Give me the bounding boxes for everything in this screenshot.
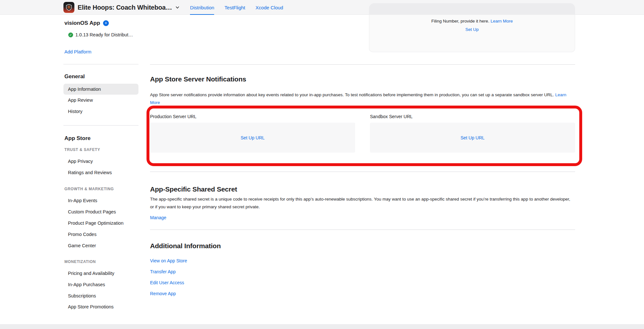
- server-notifications-description: App Store server notifications provide i…: [150, 91, 575, 106]
- manage-link[interactable]: Manage: [150, 215, 166, 220]
- section-divider: [150, 172, 575, 172]
- sidebar-divider: [63, 125, 138, 126]
- server-notifications-title: App Store Server Notifications: [150, 75, 575, 83]
- sidebar-item-history[interactable]: History: [63, 106, 138, 117]
- group-label-growth-marketing: GROWTH & MARKETING: [63, 187, 138, 191]
- sandbox-url-panel: Set Up URL: [370, 123, 575, 153]
- tab-xcode-cloud[interactable]: Xcode Cloud: [256, 0, 283, 15]
- section-divider: [150, 64, 575, 65]
- chevron-down-icon[interactable]: [175, 5, 180, 10]
- filing-set-up-link[interactable]: Set Up: [465, 27, 478, 32]
- production-url-column: Production Server URL Set Up URL: [150, 114, 355, 153]
- version-status: 1.0.13 Ready for Distribut…: [75, 32, 133, 37]
- set-up-sandbox-url-link[interactable]: Set Up URL: [460, 135, 485, 140]
- sidebar-divider: [63, 64, 138, 64]
- sidebar-item-custom-product-pages[interactable]: Custom Product Pages: [63, 206, 138, 217]
- shield-basketball-icon: [65, 4, 73, 11]
- sidebar: visionOS App + ✓ 1.0.13 Ready for Distri…: [63, 15, 138, 324]
- sandbox-server-url-label: Sandbox Server URL: [370, 114, 575, 119]
- general-section-title: General: [63, 73, 138, 80]
- sidebar-item-app-review[interactable]: App Review: [63, 95, 138, 106]
- sidebar-item-game-center[interactable]: Game Center: [63, 240, 138, 251]
- additional-links: View on App Store Transfer App Edit User…: [150, 258, 187, 296]
- app-store-section-title: App Store: [63, 135, 138, 142]
- sidebar-item-pricing-availability[interactable]: Pricing and Availability: [63, 268, 138, 279]
- header-content: Elite Hoops: Coach Whiteboa… Distributio…: [63, 0, 283, 15]
- view-on-app-store-link[interactable]: View on App Store: [150, 258, 187, 264]
- additional-information-title: Additional Information: [150, 242, 575, 250]
- version-row[interactable]: ✓ 1.0.13 Ready for Distribut…: [63, 32, 138, 37]
- shared-secret-title: App-Specific Shared Secret: [150, 185, 575, 193]
- group-label-monetization: MONETIZATION: [63, 259, 138, 264]
- filing-card-text: Filing Number, provide it here. Learn Mo…: [369, 19, 575, 24]
- add-platform-link[interactable]: Add Platform: [63, 49, 138, 54]
- server-notifications-description-text: App Store server notifications provide i…: [150, 92, 554, 97]
- group-label-trust-safety: TRUST & SAFETY: [63, 147, 138, 152]
- sidebar-item-app-privacy[interactable]: App Privacy: [63, 156, 138, 167]
- filing-number-card: Filing Number, provide it here. Learn Mo…: [369, 15, 575, 52]
- production-server-url-label: Production Server URL: [150, 114, 355, 119]
- filing-card-message: Filing Number, provide it here.: [431, 19, 489, 24]
- sidebar-item-app-store-promotions[interactable]: App Store Promotions: [63, 301, 138, 312]
- top-header: Elite Hoops: Coach Whiteboa… Distributio…: [0, 0, 644, 15]
- tab-distribution[interactable]: Distribution: [190, 0, 214, 15]
- platform-header: visionOS App +: [63, 20, 138, 26]
- sidebar-item-in-app-purchases[interactable]: In-App Purchases: [63, 279, 138, 290]
- edit-user-access-link[interactable]: Edit User Access: [150, 280, 187, 286]
- filing-learn-more-link[interactable]: Learn More: [490, 19, 513, 24]
- ready-checkmark-icon: ✓: [68, 33, 73, 37]
- sidebar-item-in-app-events[interactable]: In-App Events: [63, 195, 138, 206]
- set-up-production-url-link[interactable]: Set Up URL: [241, 135, 265, 140]
- transfer-app-link[interactable]: Transfer App: [150, 269, 187, 275]
- scrolled-card-shadow: [369, 3, 575, 15]
- app-store-connect-page: Elite Hoops: Coach Whiteboa… Distributio…: [0, 0, 644, 329]
- sidebar-item-subscriptions[interactable]: Subscriptions: [63, 290, 138, 301]
- sidebar-item-ratings-reviews[interactable]: Ratings and Reviews: [63, 167, 138, 178]
- tab-testflight[interactable]: TestFlight: [224, 0, 245, 15]
- app-icon: [63, 2, 74, 13]
- sidebar-item-promo-codes[interactable]: Promo Codes: [63, 229, 138, 240]
- footer-strip: [0, 324, 644, 329]
- app-title[interactable]: Elite Hoops: Coach Whiteboa…: [78, 4, 172, 11]
- sidebar-item-product-page-optimization[interactable]: Product Page Optimization: [63, 218, 138, 229]
- sidebar-item-app-information[interactable]: App Information: [63, 84, 138, 95]
- server-url-grid: Production Server URL Set Up URL Sandbox…: [150, 114, 575, 153]
- platform-title: visionOS App: [63, 20, 100, 26]
- production-url-panel: Set Up URL: [150, 123, 355, 153]
- remove-app-link[interactable]: Remove App: [150, 291, 187, 296]
- main-content: App Store Server Notifications App Store…: [150, 15, 575, 324]
- main-tabs: Distribution TestFlight Xcode Cloud: [190, 0, 283, 15]
- sandbox-url-column: Sandbox Server URL Set Up URL: [370, 114, 575, 153]
- add-platform-plus-icon[interactable]: +: [103, 20, 109, 26]
- shared-secret-description: The app-specific shared secret is a uniq…: [150, 195, 575, 211]
- section-divider: [150, 230, 575, 230]
